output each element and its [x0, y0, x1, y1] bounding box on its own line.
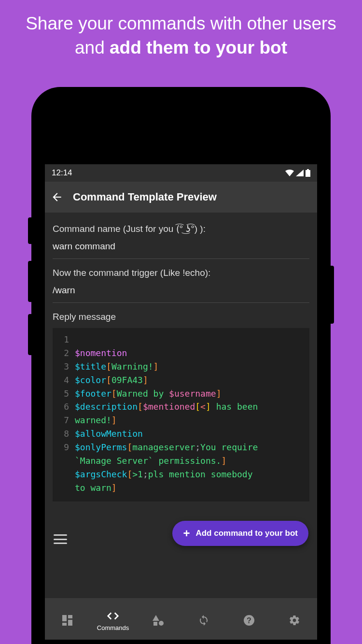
svg-rect-0: [306, 170, 310, 177]
wifi-icon: [285, 170, 294, 176]
nav-commands[interactable]: Commands: [94, 610, 132, 631]
svg-rect-5: [62, 623, 67, 626]
lineno: 2: [57, 346, 69, 360]
svg-rect-3: [68, 615, 72, 618]
lineno: 8: [57, 427, 69, 441]
status-time: 12:14: [52, 168, 72, 178]
app-bar-title: Command Template Preview: [73, 191, 217, 203]
content-area: Command name (Just for you (͡° ͜ʖ͡°) ): …: [45, 213, 317, 598]
svg-rect-2: [62, 615, 67, 621]
lineno: 4: [57, 373, 69, 387]
phone-frame: 12:14 Command Template Preview Command n…: [31, 87, 331, 644]
nav-dashboard[interactable]: [48, 614, 87, 627]
sync-icon: [198, 615, 209, 626]
help-icon: ?: [243, 615, 255, 626]
svg-rect-4: [68, 620, 72, 626]
bottom-nav: Commands ?: [45, 598, 317, 640]
nav-shapes[interactable]: [139, 614, 178, 627]
status-bar: 12:14: [45, 164, 317, 182]
android-nav: [45, 640, 317, 644]
promo-headline: Share your commands with other users and…: [0, 0, 362, 65]
lineno: 6: [57, 400, 69, 414]
app-bar: Command Template Preview: [45, 182, 317, 213]
gear-icon: [289, 615, 300, 626]
lineno: 5: [57, 387, 69, 401]
add-command-button[interactable]: + Add command to your bot: [172, 521, 308, 546]
nav-commands-label: Commands: [97, 624, 129, 631]
lineno: 1: [57, 333, 69, 346]
reply-label: Reply message: [53, 312, 309, 322]
signal-icon: [296, 170, 304, 176]
shapes-icon: [153, 615, 164, 626]
name-value[interactable]: warn command: [53, 241, 309, 259]
back-icon[interactable]: [51, 191, 63, 203]
lineno: 9: [57, 441, 69, 454]
nav-help[interactable]: ?: [230, 614, 268, 627]
trigger-value[interactable]: /warn: [53, 285, 309, 303]
nav-sync[interactable]: [184, 614, 223, 627]
dashboard-icon: [62, 615, 73, 626]
phone-screen: 12:14 Command Template Preview Command n…: [45, 164, 317, 644]
lineno: 7: [57, 414, 69, 427]
nav-settings[interactable]: [275, 614, 314, 627]
code-icon: [107, 612, 119, 620]
trigger-label: Now the command trigger (Like !echo):: [53, 268, 309, 278]
svg-rect-7: [153, 622, 157, 626]
lineno: 3: [57, 360, 69, 373]
svg-text:?: ?: [247, 616, 251, 625]
svg-rect-1: [307, 169, 309, 170]
svg-point-6: [159, 621, 164, 626]
name-label: Command name (Just for you (͡° ͜ʖ͡°) ):: [53, 223, 309, 234]
fab-label: Add command to your bot: [195, 529, 298, 538]
battery-icon: [306, 169, 310, 177]
code-block[interactable]: 1 2$nomention 3$title[Warning!] 4$color[…: [53, 328, 309, 501]
menu-icon[interactable]: [54, 534, 67, 544]
plus-icon: +: [183, 528, 190, 539]
promo-bold: add them to your bot: [110, 38, 287, 57]
